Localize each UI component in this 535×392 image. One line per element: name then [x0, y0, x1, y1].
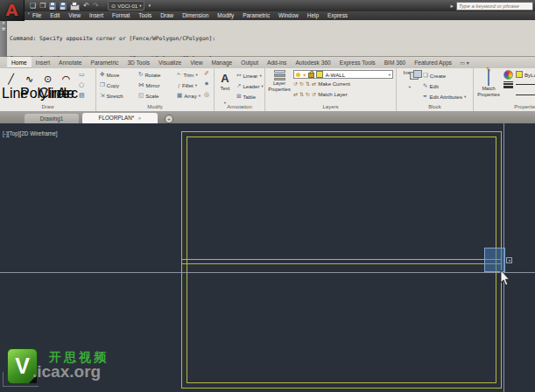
ellipse-icon[interactable]: ○ — [79, 80, 85, 90]
menu-modify[interactable]: Modify — [213, 11, 238, 20]
explode-icon[interactable]: ✷ — [204, 80, 209, 89]
insert-block-button[interactable]: Insert ▾ — [399, 70, 420, 92]
close-icon[interactable]: ✕ — [0, 20, 7, 26]
layer-dropdown[interactable]: ☀ A-WALL ▾ — [293, 70, 393, 79]
fillet-button[interactable]: ╭Fillet▾ — [177, 81, 197, 88]
chevron-down-icon[interactable]: ▾ — [389, 73, 391, 77]
lineweight-dropdown[interactable]: ▾ — [516, 82, 535, 87]
layer-tool-icon[interactable]: ⇄ — [312, 80, 316, 87]
ribbon-display-toggle[interactable]: ▭ ▾ — [460, 57, 469, 68]
panel-label-modify[interactable]: Modify — [96, 103, 214, 111]
ribbon-tab-insert[interactable]: Insert — [32, 57, 55, 68]
viewport-controls[interactable]: [-][Top][2D Wireframe] — [3, 130, 58, 136]
menu-express[interactable]: Express — [323, 11, 352, 20]
ribbon-tab-autodesk-360[interactable]: Autodesk 360 — [291, 57, 334, 68]
qat-customize-icon[interactable]: ▾ — [148, 1, 151, 10]
wrench-icon[interactable]: ⚒ — [0, 26, 7, 32]
menu-window[interactable]: Window — [274, 11, 303, 20]
search-input[interactable] — [456, 2, 533, 10]
rectangle-icon[interactable]: ▭ — [79, 70, 85, 80]
interior-wall[interactable] — [182, 259, 501, 264]
object-color-dropdown[interactable]: ByLayer ▾ — [516, 71, 535, 78]
save-as-icon[interactable] — [60, 3, 67, 10]
leader-button[interactable]: ↗Leader▾ — [236, 82, 264, 89]
layer-thaw-sun-icon[interactable]: ☀ — [302, 72, 306, 78]
menu-parametric[interactable]: Parametric — [238, 11, 274, 20]
ribbon-tab-annotate[interactable]: Annotate — [54, 57, 86, 68]
menu-insert[interactable]: Insert — [85, 11, 108, 20]
table-button[interactable]: ⊞Table — [236, 93, 256, 100]
ribbon-tab-visualize[interactable]: Visualize — [154, 57, 186, 68]
panel-label-draw[interactable]: Draw — [0, 103, 95, 111]
menu-help[interactable]: Help — [303, 11, 323, 20]
edit-attributes-button[interactable]: ✒Edit Attributes▾ — [423, 93, 466, 100]
layer-tool-icon[interactable]: ⇅ — [299, 91, 304, 97]
workspace-switcher[interactable]: ⊙ VDCI-01 ▾ — [108, 1, 144, 10]
close-tab-icon[interactable]: ✕ — [137, 116, 141, 121]
menu-format[interactable]: Format — [108, 11, 134, 20]
ribbon-tab-view[interactable]: View — [186, 57, 207, 68]
polyline-button[interactable]: ∿ Polyline — [20, 70, 39, 102]
plot-icon[interactable] — [70, 4, 80, 10]
ribbon-tab-home[interactable]: Home — [7, 57, 32, 68]
ribbon-tab-featured-apps[interactable]: Featured Apps — [410, 57, 456, 68]
layer-tool-icon[interactable]: ↺ — [312, 91, 316, 97]
text-button[interactable]: A Text ▾ — [216, 70, 234, 108]
save-icon[interactable] — [49, 3, 56, 10]
layer-tool-icon[interactable]: ↻ — [306, 91, 310, 97]
layer-tool-icon[interactable]: ⇄ — [293, 91, 298, 97]
panel-label-layers[interactable]: Layers — [265, 103, 396, 111]
copy-button[interactable]: ❐Copy — [100, 81, 119, 88]
drawing-canvas[interactable]: [-][Top][2D Wireframe] V 开思视频 .icax.org — [0, 123, 535, 392]
new-drawing-tab-button[interactable]: + — [165, 115, 173, 123]
ribbon-tab-express-tools[interactable]: Express Tools — [335, 57, 380, 68]
ribbon-tab-add-ins[interactable]: Add-ins — [263, 57, 291, 68]
ribbon-tab-output[interactable]: Output — [236, 57, 263, 68]
menu-file[interactable]: File — [28, 11, 46, 20]
create-block-button[interactable]: ❏Create — [423, 72, 446, 79]
menu-draw[interactable]: Draw — [156, 11, 178, 20]
layer-tool-icon[interactable]: ↻ — [299, 80, 304, 87]
line-button[interactable]: ╱ Line — [2, 70, 20, 102]
erase-icon[interactable]: ✐ — [204, 69, 209, 79]
move-button[interactable]: ✥Move — [100, 71, 119, 78]
ribbon-tab-manage[interactable]: Manage — [207, 57, 236, 68]
array-button[interactable]: ▦Array▾ — [177, 92, 201, 99]
linetype-dropdown[interactable]: ▾ — [516, 93, 535, 97]
layer-properties-button[interactable]: Layer Properties — [267, 70, 292, 92]
panel-label-properties[interactable]: Properties — [474, 103, 535, 111]
trim-button[interactable]: ✁Trim▾ — [177, 71, 198, 78]
layer-on-bulb-icon[interactable] — [296, 73, 300, 77]
layer-lock-icon[interactable] — [308, 73, 314, 78]
undo-icon[interactable]: ↶ — [83, 1, 89, 10]
search-arrow-icon[interactable]: ▸ — [450, 3, 454, 10]
layer-color-swatch[interactable] — [316, 71, 323, 78]
mirror-button[interactable]: ⋈Mirror — [138, 81, 159, 88]
layer-tool-icon[interactable]: ↺ — [293, 80, 298, 87]
scale-button[interactable]: ◱Scale — [138, 92, 158, 99]
make-current-button[interactable]: ↺ ↻ ⇅ ⇄ Make Current — [293, 80, 350, 87]
hatch-icon[interactable]: ▨ — [79, 91, 85, 101]
ribbon-tab-bim-360[interactable]: BIM 360 — [380, 57, 411, 68]
match-properties-button[interactable]: Match Properties — [476, 70, 501, 97]
rotate-button[interactable]: ↻Rotate — [138, 71, 160, 78]
redo-icon[interactable]: ↷ — [93, 1, 99, 10]
new-file-icon[interactable]: ❏ — [30, 1, 36, 10]
linear-dimension-button[interactable]: ↔Linear▾ — [236, 72, 262, 79]
layer-tool-icon[interactable]: ⇅ — [306, 80, 310, 87]
open-file-icon[interactable]: ❒ — [39, 1, 46, 10]
file-tab-floorplan[interactable]: FLOORPLAN*✕ — [82, 113, 158, 123]
file-tab-drawing1[interactable]: Drawing1 — [25, 114, 79, 123]
menu-view[interactable]: View — [64, 11, 85, 20]
menu-edit[interactable]: Edit — [46, 11, 64, 20]
menu-tools[interactable]: Tools — [134, 11, 156, 20]
stretch-button[interactable]: ⇲Stretch — [100, 92, 123, 99]
panel-label-annotation[interactable]: Annotation — [215, 103, 264, 111]
offset-icon[interactable]: ◎ — [204, 90, 209, 100]
edit-block-button[interactable]: ✎Edit — [423, 82, 439, 89]
ribbon-tab-3d-tools[interactable]: 3D Tools — [123, 57, 154, 68]
panel-label-block[interactable]: Block — [397, 103, 473, 111]
ribbon-tab-parametric[interactable]: Parametric — [87, 57, 123, 68]
app-menu-button[interactable]: A ▾ — [0, 0, 25, 21]
menu-dimension[interactable]: Dimension — [178, 11, 213, 20]
